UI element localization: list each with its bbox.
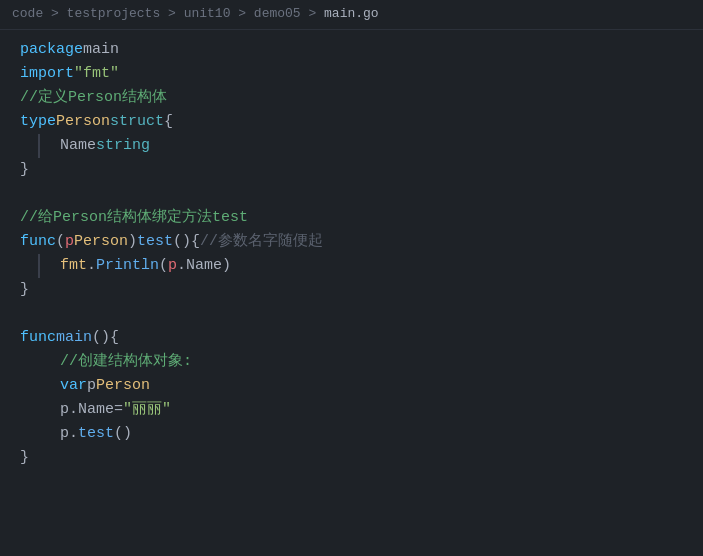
token: Println [96,254,159,278]
code-editor: package mainimport "fmt"//定义Person结构体typ… [0,30,703,478]
token: //参数名字随便起 [200,230,323,254]
code-line: p.Name = "丽丽" [0,398,703,422]
token: package [20,38,83,62]
token: Name [60,134,96,158]
code-line: func main(){ [0,326,703,350]
token: = [114,398,123,422]
token: p [60,398,69,422]
code-line: } [0,278,703,302]
token: (){ [173,230,200,254]
token: Person [96,374,150,398]
token: ( [159,254,168,278]
token: func [20,326,56,350]
token: ) [222,254,231,278]
code-line: import "fmt" [0,62,703,86]
code-line: } [0,446,703,470]
code-line [0,182,703,206]
token: . [177,254,186,278]
code-line [0,302,703,326]
token: p [60,422,69,446]
token: struct [110,110,164,134]
code-line: p.test() [0,422,703,446]
token: func [20,230,56,254]
code-line: Name string [38,134,703,158]
code-line: func (p Person) test(){//参数名字随便起 [0,230,703,254]
code-line: var p Person [0,374,703,398]
token: string [96,134,150,158]
token: p [65,230,74,254]
token: "丽丽" [123,398,171,422]
token: Person [56,110,110,134]
token: //定义Person结构体 [20,86,167,110]
token: ) [128,230,137,254]
token: import [20,62,74,86]
code-line: //给Person结构体绑定方法test [0,206,703,230]
code-line: //创建结构体对象: [0,350,703,374]
token: //创建结构体对象: [60,350,192,374]
token: fmt [60,254,87,278]
token: "fmt" [74,62,119,86]
token: } [20,446,29,470]
token: { [164,110,173,134]
token: () [114,422,132,446]
breadcrumb-bar: code > testprojects > unit10 > demo05 > … [0,0,703,30]
token: } [20,158,29,182]
code-line: type Person struct{ [0,110,703,134]
token: ( [56,230,65,254]
token: type [20,110,56,134]
token: p [87,374,96,398]
token: //给Person结构体绑定方法test [20,206,248,230]
token: . [69,398,78,422]
token: test [137,230,173,254]
token: (){ [92,326,119,350]
code-line: } [0,158,703,182]
code-line: package main [0,38,703,62]
token: } [20,278,29,302]
breadcrumb-path: code > testprojects > unit10 > demo05 > [12,6,324,21]
token: main [83,38,119,62]
token: test [78,422,114,446]
token: Name [78,398,114,422]
token: Person [74,230,128,254]
breadcrumb-current: main.go [324,6,379,21]
token: Name [186,254,222,278]
token: . [69,422,78,446]
code-line: //定义Person结构体 [0,86,703,110]
token: . [87,254,96,278]
code-line: fmt.Println(p.Name) [38,254,703,278]
token: p [168,254,177,278]
token: main [56,326,92,350]
token: var [60,374,87,398]
